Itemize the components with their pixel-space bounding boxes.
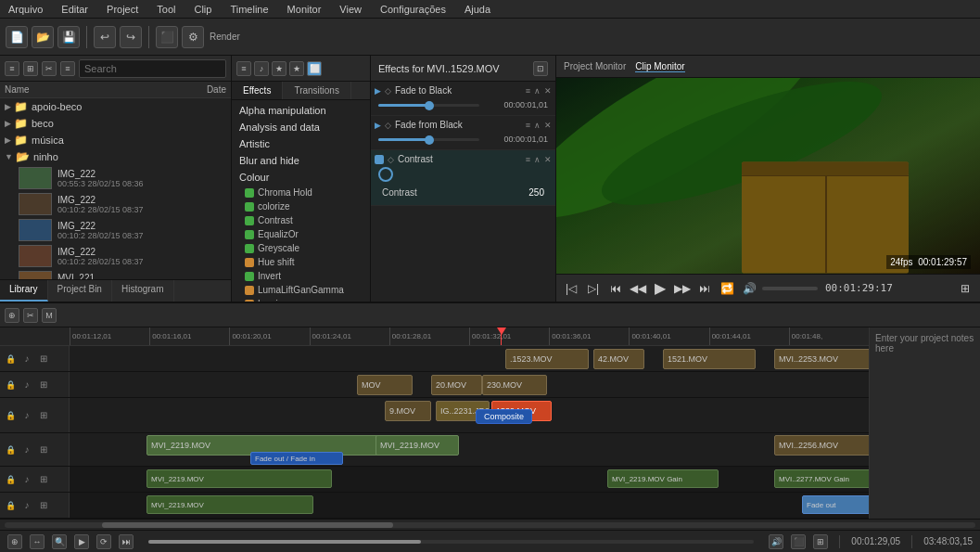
solo-btn[interactable]: ⊞ (36, 498, 51, 513)
tab-project-bin[interactable]: Project Bin (48, 280, 112, 302)
filter-btn[interactable]: ✂ (42, 61, 57, 76)
effect-category-colour[interactable]: Colour (232, 169, 370, 186)
folder-beco[interactable]: ▶ 📁 beco (0, 115, 231, 132)
effect-category-alpha[interactable]: Alpha manipulation (232, 102, 370, 119)
composite-btn[interactable]: ⊞ (36, 352, 51, 366)
effect-keyframe-icon[interactable]: ◇ (388, 155, 394, 164)
composite-btn[interactable]: ⊞ (36, 378, 51, 392)
effect-chroma-hold[interactable]: Chroma Hold (232, 186, 370, 199)
effect-settings-icon[interactable]: ≡ (526, 121, 530, 130)
media-item[interactable]: IMG_222 00:10:2 28/02/15 08:37 (0, 243, 231, 269)
solo-btn[interactable]: ⊞ (36, 472, 51, 487)
lock-btn[interactable]: 🔒 (3, 378, 18, 392)
media-item[interactable]: MVI_221 00:00:4 28/02/15 07:04 (0, 269, 231, 279)
loop-btn[interactable]: 🔁 (718, 279, 736, 298)
status-play-btn[interactable]: ▶ (74, 534, 89, 549)
effect-colorize[interactable]: colorize (232, 199, 370, 213)
effect-settings-icon[interactable]: ≡ (526, 86, 530, 96)
new-btn[interactable]: 📄 (6, 26, 28, 48)
lock-btn[interactable]: 🔒 (3, 498, 18, 513)
effects-list-btn[interactable]: ≡ (236, 61, 251, 76)
mute-audio-btn[interactable]: ♪ (19, 472, 34, 487)
effect-expand-icon[interactable]: ∧ (534, 155, 541, 164)
status-select-btn[interactable]: ↔ (30, 534, 45, 549)
tab-project-monitor[interactable]: Project Monitor (564, 61, 626, 71)
audio-clip[interactable]: MVI_2219.MOV Gain (607, 469, 719, 488)
track-area-v2[interactable]: MOV 20.MOV 230.MOV (70, 372, 869, 397)
lock-btn[interactable]: 🔒 (3, 352, 18, 366)
track-clip[interactable]: 1521.MOV (663, 349, 756, 369)
composite-btn[interactable]: ⊞ (36, 408, 51, 423)
track-clip[interactable]: MVI..2253.MOV (774, 349, 869, 369)
search-input[interactable] (79, 59, 226, 78)
effect-lumalift[interactable]: LumaLiftGanGamma (232, 283, 370, 297)
effect-close-icon[interactable]: ✕ (544, 121, 552, 130)
skip-fwd-btn[interactable]: ⏭ (695, 279, 714, 298)
menu-btn[interactable]: ≡ (60, 61, 75, 76)
open-btn[interactable]: 📂 (32, 26, 54, 48)
status-loop-btn[interactable]: ⟳ (96, 534, 111, 549)
menu-ajuda[interactable]: Ajuda (461, 2, 494, 17)
status-monitor-btn[interactable]: ⊞ (813, 534, 828, 549)
timeline-scroll[interactable] (0, 519, 980, 530)
prev-frame-btn[interactable]: ◀◀ (629, 279, 647, 298)
effect-expand-icon[interactable]: ∧ (534, 86, 541, 96)
mute-btn[interactable]: ♪ (19, 352, 34, 366)
scroll-thumb[interactable] (102, 522, 393, 528)
track-area-a2[interactable]: MVI_2219.MOV Fade out (70, 493, 869, 518)
mute-audio-btn[interactable]: ♪ (19, 498, 34, 513)
effect-invert[interactable]: Invert (232, 269, 370, 283)
menu-monitor[interactable]: Monitor (284, 2, 325, 17)
mark-out-btn[interactable]: ▷| (584, 279, 603, 298)
folder-apoio-beco[interactable]: ▶ 📁 apoio-beco (0, 98, 231, 115)
audio-clip[interactable]: MVI_2219.MOV (146, 495, 313, 514)
mute-btn[interactable]: ♪ (19, 443, 34, 457)
contrast-keyframe-btn[interactable] (378, 167, 393, 182)
effect-close-icon[interactable]: ✕ (544, 86, 552, 96)
media-item[interactable]: IMG_222 00:55:3 28/02/15 08:36 (0, 165, 231, 191)
mute-btn[interactable]: ♪ (19, 378, 34, 392)
track-clip[interactable]: Fade out / Fade in (250, 452, 343, 465)
composite-btn[interactable]: ⊞ (36, 443, 51, 457)
volume-btn[interactable]: 🔊 (740, 279, 758, 298)
tab-transitions[interactable]: Transitions (283, 82, 351, 99)
effects-audio-btn[interactable]: ♪ (254, 61, 269, 76)
effects-fav2-btn[interactable]: ★ (289, 61, 304, 76)
track-area-v4[interactable]: MVI_2219.MOV Fade out / Fade in MVI_2219… (70, 433, 869, 466)
effect-contrast[interactable]: Contrast (232, 213, 370, 227)
track-clip[interactable]: MOV (357, 375, 413, 395)
tab-histogram[interactable]: Histogram (112, 280, 174, 302)
effect-equalizor[interactable]: EqualizOr (232, 227, 370, 241)
effect-expand-icon[interactable]: ∧ (534, 121, 541, 130)
menu-configuracoes[interactable]: Configurações (376, 2, 450, 17)
track-clip[interactable]: 42.MOV (593, 349, 644, 369)
fade-to-black-slider[interactable] (378, 104, 479, 107)
tab-clip-monitor[interactable]: Clip Monitor (635, 61, 684, 72)
effect-luminance[interactable]: Luminance (232, 297, 370, 302)
effect-settings-icon[interactable]: ≡ (526, 155, 530, 164)
tl-mark-btn[interactable]: M (42, 308, 57, 323)
audio-clip[interactable]: Fade out (802, 495, 869, 514)
effect-category-analysis[interactable]: Analysis and data (232, 119, 370, 135)
menu-view[interactable]: View (336, 2, 365, 17)
track-clip[interactable]: MVI..2256.MOV (774, 435, 869, 456)
menu-project[interactable]: Project (103, 2, 142, 17)
mark-in-btn[interactable]: |◁ (562, 279, 580, 298)
view-grid-btn[interactable]: ⊞ (23, 61, 38, 76)
track-clip[interactable]: .1523.MOV (505, 349, 589, 369)
menu-arquivo[interactable]: Arquivo (5, 2, 46, 17)
status-skip-btn[interactable]: ⏭ (119, 534, 134, 549)
lock-btn[interactable]: 🔒 (3, 443, 18, 457)
track-area-a1[interactable]: MVI_2219.MOV MVI_2219.MOV Gain MVI..2277… (70, 467, 869, 492)
effect-category-artistic[interactable]: Artistic (232, 135, 370, 152)
view-list-btn[interactable]: ≡ (5, 61, 19, 76)
track-clip[interactable]: 9.MOV (385, 401, 431, 421)
status-progress[interactable] (148, 540, 754, 544)
tl-razor-btn[interactable]: ✂ (23, 308, 38, 323)
play-btn[interactable]: ▶ (651, 279, 669, 298)
save-btn[interactable]: 💾 (57, 26, 80, 48)
lock-btn[interactable]: 🔒 (3, 408, 18, 423)
lock-btn[interactable]: 🔒 (3, 472, 18, 487)
effect-hue-shift[interactable]: Hue shift (232, 255, 370, 269)
track-area-v3[interactable]: 9.MOV IG..2231.JPG 1529.MOV Composite (70, 398, 869, 432)
